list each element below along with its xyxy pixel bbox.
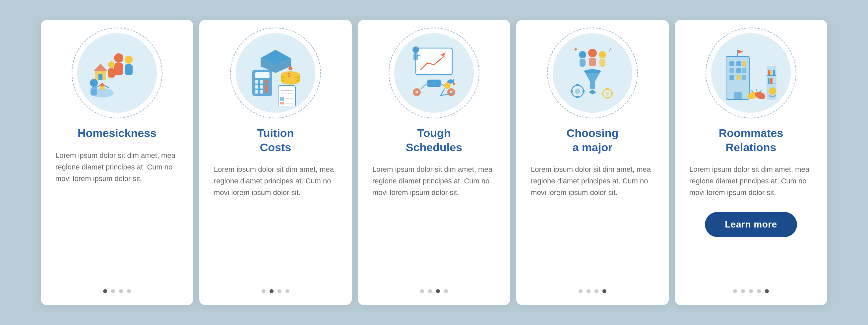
svg-rect-64 [599,59,606,67]
svg-rect-41 [416,48,452,75]
svg-rect-13 [91,87,97,95]
dot-2[interactable] [111,289,115,293]
svg-marker-67 [584,71,601,89]
svg-line-49 [421,83,427,89]
svg-marker-96 [738,50,744,54]
homesickness-icon [84,40,150,106]
card-title-schedules: ToughSchedules [372,126,496,154]
card-roommates-relations: RoommatesRelations Lorem ipsum dolor sit… [675,20,827,305]
svg-rect-101 [771,70,772,75]
card-body-roommates: Lorem ipsum dolor sit dim amet, mea regi… [689,164,813,199]
svg-rect-84 [726,56,749,99]
dots-row-major [516,283,669,293]
svg-rect-26 [255,90,258,93]
svg-rect-75 [570,90,572,92]
dots-row-schedules [358,283,510,293]
svg-marker-14 [260,50,290,65]
svg-text:$: $ [287,72,290,78]
svg-rect-25 [265,85,268,92]
svg-line-50 [441,83,447,89]
svg-rect-81 [602,92,603,95]
dot-3[interactable] [436,289,440,293]
learn-more-button[interactable]: Learn more [705,212,797,237]
svg-rect-47 [427,80,441,87]
svg-point-0 [114,53,123,63]
svg-point-17 [288,66,292,70]
svg-point-58 [453,83,455,85]
icon-circle-schedules: ✓ ✕ ✕ [394,33,474,113]
svg-rect-23 [255,85,258,89]
svg-point-51 [413,88,421,96]
dot-1[interactable] [420,289,424,293]
svg-text:✦: ✦ [573,46,578,53]
dot-1[interactable] [733,289,737,293]
dot-4[interactable] [127,289,131,293]
dot-2[interactable] [741,289,745,293]
svg-text:✓: ✓ [433,82,435,85]
roommates-icon [718,40,784,106]
svg-rect-45 [413,53,418,60]
svg-point-9 [91,88,114,97]
svg-marker-6 [93,64,108,71]
dot-3[interactable] [594,289,598,293]
svg-point-106 [747,91,759,100]
card-icon-area-schedules: ✓ ✕ ✕ [358,20,510,126]
dot-3[interactable] [749,289,753,293]
svg-rect-19 [255,72,270,78]
dot-1[interactable] [261,289,266,293]
dot-5[interactable] [765,289,769,293]
card-homesickness: Homesickness Lorem ipsum dolor sit dim a… [41,20,193,305]
svg-rect-16 [290,58,291,67]
svg-point-53 [447,88,455,96]
dot-4[interactable] [285,289,289,293]
dot-1[interactable] [579,289,583,293]
svg-rect-31 [281,75,300,78]
card-icon-area-tuition: $ [199,20,352,126]
dot-4[interactable] [757,289,761,293]
card-tough-schedules: ✓ ✕ ✕ ToughSched [358,20,510,305]
svg-point-107 [754,91,767,100]
dot-3[interactable] [278,289,281,293]
svg-rect-83 [726,56,749,99]
svg-rect-8 [98,74,102,80]
svg-text:✕: ✕ [415,90,419,95]
dot-4[interactable] [602,289,607,293]
svg-point-4 [108,61,115,68]
svg-point-68 [584,69,601,73]
svg-text:✓: ✓ [591,91,593,94]
card-title-homesickness: Homesickness [55,126,179,140]
card-icon-area-major: ♪ ✦ ✓ [516,20,669,126]
svg-rect-5 [108,68,115,78]
dot-2[interactable] [428,289,432,293]
svg-rect-62 [589,58,596,66]
card-title-roommates: RoommatesRelations [689,126,813,154]
card-icon-area-homesickness [41,20,193,126]
svg-marker-69 [589,90,596,94]
dots-row-tuition [199,283,352,293]
svg-point-44 [412,47,419,53]
svg-marker-15 [260,58,290,73]
svg-point-105 [769,88,776,95]
svg-rect-80 [606,97,609,98]
svg-rect-102 [773,70,775,75]
dots-row-homesickness [41,283,193,293]
card-content-homesickness: Homesickness Lorem ipsum dolor sit dim a… [41,126,193,283]
dot-3[interactable] [119,289,123,293]
svg-point-78 [606,91,610,95]
dot-4[interactable] [444,289,448,293]
icon-circle-major: ♪ ✦ ✓ [553,33,632,113]
svg-rect-34 [278,86,296,106]
svg-rect-104 [770,78,773,84]
svg-point-28 [281,78,300,85]
dot-2[interactable] [587,289,590,293]
svg-rect-57 [453,79,454,84]
svg-rect-87 [742,61,746,66]
card-title-major: Choosinga major [531,126,654,154]
dot-1[interactable] [103,289,107,293]
svg-rect-29 [281,78,300,81]
svg-rect-18 [252,70,272,96]
svg-rect-86 [736,61,741,66]
svg-point-77 [603,89,612,98]
card-content-roommates: RoommatesRelations Lorem ipsum dolor sit… [675,126,827,283]
dot-2[interactable] [270,289,274,293]
